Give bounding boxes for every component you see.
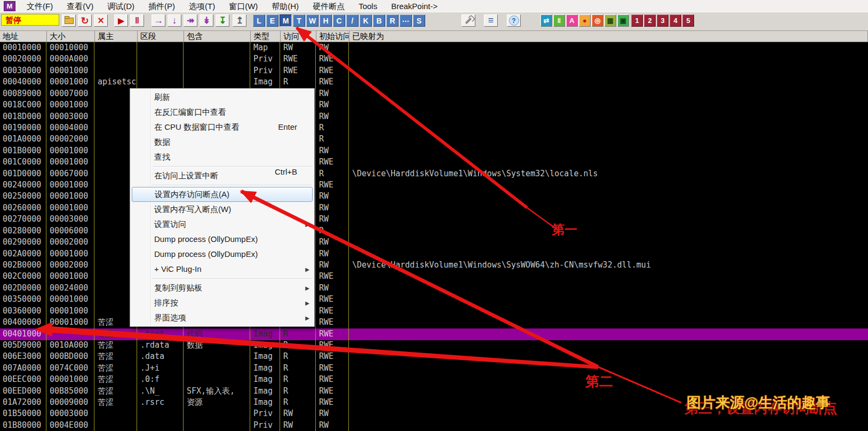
window-button-k[interactable]: K xyxy=(360,14,372,27)
cell-类型: Priv xyxy=(251,408,280,420)
column-header-2[interactable]: 属主 xyxy=(95,30,138,42)
table-row[interactable]: 01B800000004E000PrivRWRW xyxy=(0,420,868,431)
breakpoint-slot-button-3[interactable]: 3 xyxy=(657,14,668,27)
menu-set-access[interactable]: 设置访问▶ xyxy=(130,217,314,232)
menu-tools[interactable]: Tools xyxy=(352,1,384,12)
cell-初始访问: RWE xyxy=(316,317,348,328)
target-button[interactable]: ◎ xyxy=(592,14,603,27)
breakpoint-slot-button-4[interactable]: 4 xyxy=(670,14,681,27)
step-over-button[interactable]: ↓ xyxy=(168,14,181,27)
breakpoint-slot-button-1[interactable]: 1 xyxy=(631,14,643,27)
cell-属主: 苦涩 xyxy=(95,374,137,386)
column-header-8[interactable]: 已映射为 xyxy=(349,30,868,42)
column-header-7[interactable]: 初始访问 xyxy=(316,30,349,42)
table-row[interactable]: 00EEC00000001000苦涩.0:fImagRRWE xyxy=(0,374,868,386)
window-button-t[interactable]: T xyxy=(293,14,305,27)
cell-大小: 00002000 xyxy=(47,260,94,271)
table-row[interactable]: 01B5000000003000PrivRWRW xyxy=(0,408,868,420)
column-header-5[interactable]: 类型 xyxy=(251,30,281,42)
table-row[interactable]: 0001000000010000MapRWRW xyxy=(0,42,868,54)
cell-包含: 代码 xyxy=(184,328,250,340)
menu-set-memory-write-breakpoint[interactable]: 设置内存写入断点(W) xyxy=(130,202,314,217)
cell-大小: 00003000 xyxy=(47,214,94,225)
menu-refresh[interactable]: 刷新 xyxy=(130,90,314,105)
menu-search[interactable]: 查找Ctrl+B xyxy=(130,150,314,164)
table-row[interactable]: 01A7200000009000苦涩.rsrc资源ImagRRWE xyxy=(0,397,868,409)
trace-into-button[interactable]: ↠ xyxy=(184,14,197,27)
menu-options[interactable]: 选项(T) xyxy=(182,1,222,12)
menu-data[interactable]: 数据 xyxy=(130,135,314,150)
table-row[interactable]: 0003000000001000PrivRWERWE xyxy=(0,65,868,77)
cell-初始访问: RW xyxy=(316,88,348,100)
column-header-6[interactable]: 访问 xyxy=(281,30,316,42)
close-button[interactable]: × xyxy=(94,14,108,27)
breakpoint-slot-button-5[interactable]: 5 xyxy=(682,14,694,27)
monitor-button[interactable]: ▣ xyxy=(617,14,629,27)
menu-set-memory-access-breakpoint[interactable]: 设置内存访问断点(A) xyxy=(132,187,313,202)
table-row[interactable]: 00401000苦涩.text代码ImagRRWE xyxy=(0,328,868,340)
window-button-b[interactable]: B xyxy=(373,14,385,27)
menu-view-in-cpu-dump[interactable]: 在 CPU 数据窗口中查看 xyxy=(130,120,314,135)
cell-区段: .J+i xyxy=(138,363,183,374)
breakpoint-slot-button-2[interactable]: 2 xyxy=(644,14,656,27)
step-into-button[interactable]: → xyxy=(152,14,165,27)
menu-breakpoint[interactable]: BreakPoint-> xyxy=(384,1,444,12)
menu-break-on-access[interactable]: 在访问上设置中断F2 xyxy=(130,168,314,183)
menu-view-in-disassembler[interactable]: 在反汇编窗口中查看Enter xyxy=(130,105,314,120)
column-header-1[interactable]: 大小 xyxy=(47,30,95,42)
menu-item-label: 在 CPU 数据窗口中查看 xyxy=(154,122,240,131)
menu-help[interactable]: 帮助(H) xyxy=(265,1,306,12)
cell-大小: 00003000 xyxy=(47,408,94,420)
trace-over-button[interactable]: ↡ xyxy=(200,14,213,27)
menu-view[interactable]: 查看(V) xyxy=(60,1,100,12)
menu-debug[interactable]: 调试(D) xyxy=(100,1,141,12)
table-row[interactable]: 0004000000001000apisetscImagRRWE xyxy=(0,76,868,88)
window-button-l[interactable]: L xyxy=(253,14,265,27)
menu-dump-process-1[interactable]: Dump process (OllyDumpEx) xyxy=(130,232,314,247)
window-button-dots[interactable]: ⋯ xyxy=(400,14,412,27)
go-to-button[interactable]: ↥ xyxy=(233,14,246,27)
table-row[interactable]: 006E3000000BD000苦涩.dataImagRRWE xyxy=(0,351,868,363)
column-header-3[interactable]: 区段 xyxy=(138,30,184,42)
window-button-c[interactable]: C xyxy=(333,14,345,27)
menu-copy-to-clipboard[interactable]: 复制到剪贴板▶ xyxy=(130,280,314,295)
cell-类型: Imag xyxy=(251,340,280,351)
window-button-w[interactable]: W xyxy=(306,14,318,27)
menu-appearance[interactable]: 界面选项▶ xyxy=(130,310,314,325)
table-row[interactable]: 005D90000010A000苦涩.rdata数据ImagRRWE xyxy=(0,340,868,351)
appearance-list-button[interactable]: ≡ xyxy=(484,14,498,27)
window-button-h[interactable]: H xyxy=(320,14,332,27)
cell-地址: 002D0000 xyxy=(0,283,46,294)
table-row[interactable]: 007A00000074C000苦涩.J+iImagRRWE xyxy=(0,363,868,374)
table-row[interactable]: 00EED00000B85000苦涩.\N_SFX,输入表,ImagRRWE xyxy=(0,386,868,397)
open-file-button[interactable] xyxy=(62,14,76,27)
window-button-e[interactable]: E xyxy=(266,14,278,27)
menu-vic-plugin[interactable]: + ViC Plug-In▶ xyxy=(130,262,314,277)
menu-hardware-breakpoint[interactable]: 硬件断点 xyxy=(306,1,352,12)
run-button[interactable]: ▶ xyxy=(114,14,128,27)
column-header-0[interactable]: 地址 xyxy=(0,30,47,42)
window-button-s[interactable]: S xyxy=(413,14,425,27)
swap-button[interactable]: ⇄ xyxy=(540,14,552,27)
grid-button[interactable]: ▦ xyxy=(604,14,616,27)
record-dot-button[interactable]: ● xyxy=(579,14,591,27)
execute-till-return-button[interactable]: ↧ xyxy=(216,14,229,27)
menu-plugins[interactable]: 插件(P) xyxy=(141,1,182,12)
menu-sort-by[interactable]: 排序按▶ xyxy=(130,295,314,310)
window-button-slash[interactable]: / xyxy=(346,14,359,27)
menu-dump-process-2[interactable]: Dump process (OllyDumpEx) xyxy=(130,247,314,262)
cell-初始访问: RW xyxy=(316,42,348,54)
letter-a-button[interactable]: A xyxy=(566,14,578,27)
table-row[interactable]: 000200000000A000PrivRWERWE xyxy=(0,53,868,65)
cell-初始访问: RWE xyxy=(316,397,348,409)
menu-window[interactable]: 窗口(W) xyxy=(222,1,265,12)
column-header-4[interactable]: 包含 xyxy=(184,30,251,42)
pause-button[interactable]: ‖ xyxy=(130,14,144,27)
window-button-m[interactable]: M xyxy=(280,14,292,27)
restart-button[interactable]: ↻ xyxy=(78,14,92,27)
window-button-r[interactable]: R xyxy=(386,14,399,27)
options-wrench-button[interactable] xyxy=(461,14,475,27)
menu-file[interactable]: 文件(F) xyxy=(20,1,60,12)
pause-green-button[interactable]: ‖ xyxy=(553,14,565,27)
help-button[interactable]: ? xyxy=(507,14,521,27)
